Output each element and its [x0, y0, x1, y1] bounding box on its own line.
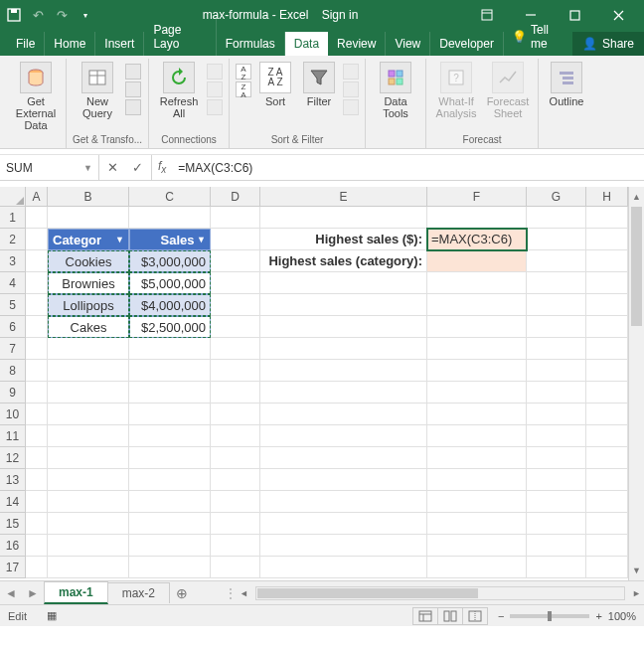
cell[interactable] [527, 425, 586, 447]
cell[interactable] [129, 338, 211, 360]
scroll-right-icon[interactable]: ► [629, 588, 644, 598]
cell[interactable] [211, 382, 260, 404]
cell[interactable] [26, 338, 48, 360]
sheet-tab-active[interactable]: max-1 [44, 581, 108, 604]
row-header[interactable]: 13 [0, 469, 26, 491]
col-header[interactable]: E [260, 187, 427, 207]
cell[interactable] [527, 447, 586, 469]
redo-icon[interactable]: ↷ [54, 7, 70, 23]
cell[interactable] [527, 360, 586, 382]
scroll-thumb[interactable] [257, 588, 478, 598]
cell[interactable] [527, 382, 586, 404]
cell[interactable] [527, 469, 586, 491]
chevron-down-icon[interactable]: ▼ [83, 163, 92, 173]
col-header[interactable]: G [527, 187, 586, 207]
cell[interactable] [26, 469, 48, 491]
cell[interactable] [260, 360, 427, 382]
forecast-sheet-button[interactable]: Forecast Sheet [484, 62, 532, 119]
cell[interactable] [48, 535, 129, 557]
tab-view[interactable]: View [386, 32, 430, 56]
cell[interactable] [211, 513, 260, 535]
macro-record-icon[interactable]: ▦ [47, 609, 57, 622]
cell[interactable] [260, 491, 427, 513]
name-box[interactable]: SUM▼ [0, 155, 99, 180]
row-header[interactable]: 4 [0, 272, 26, 294]
table-cell[interactable]: $3,000,000 [129, 250, 211, 272]
cell[interactable] [211, 447, 260, 469]
worksheet-grid[interactable]: A B C D E F G H 123456789101112131415161… [0, 187, 644, 580]
filter-dropdown-icon[interactable]: ▼ [195, 235, 206, 244]
cell[interactable] [586, 447, 628, 469]
cell[interactable] [129, 491, 211, 513]
cell[interactable] [586, 491, 628, 513]
row-header[interactable]: 16 [0, 535, 26, 557]
cell[interactable] [211, 469, 260, 491]
whatif-analysis-button[interactable]: ?What-If Analysis [432, 62, 480, 119]
cell[interactable] [586, 535, 628, 557]
cell[interactable] [48, 404, 129, 425]
cell[interactable] [26, 447, 48, 469]
undo-icon[interactable]: ↶ [30, 7, 46, 23]
cell[interactable] [427, 338, 527, 360]
cell[interactable] [48, 382, 129, 404]
tab-file[interactable]: File [10, 32, 45, 56]
table-cell[interactable]: $4,000,000 [129, 294, 211, 316]
tab-developer[interactable]: Developer [430, 32, 504, 56]
cell[interactable] [129, 425, 211, 447]
recent-sources-button[interactable] [125, 99, 141, 115]
cell[interactable] [586, 360, 628, 382]
close-button[interactable] [598, 0, 638, 30]
cell[interactable] [586, 513, 628, 535]
row-header[interactable]: 12 [0, 447, 26, 469]
cell[interactable] [48, 360, 129, 382]
cell[interactable] [129, 513, 211, 535]
cell[interactable] [427, 535, 527, 557]
scroll-left-icon[interactable]: ◄ [237, 588, 251, 598]
zoom-in-button[interactable]: + [595, 610, 601, 622]
filter-dropdown-icon[interactable]: ▼ [115, 235, 124, 244]
share-button[interactable]: 👤Share [572, 32, 644, 56]
cell[interactable] [586, 425, 628, 447]
col-header[interactable]: F [427, 187, 527, 207]
cell[interactable] [211, 404, 260, 425]
select-all-triangle[interactable] [0, 187, 26, 207]
cell[interactable] [260, 513, 427, 535]
cell[interactable] [260, 404, 427, 425]
active-cell-f2[interactable]: =MAX(C3:C6) [427, 229, 527, 250]
row-header[interactable]: 9 [0, 382, 26, 404]
get-external-data-button[interactable]: Get External Data [12, 62, 60, 131]
cell[interactable] [260, 535, 427, 557]
cell[interactable] [260, 425, 427, 447]
cell[interactable] [427, 425, 527, 447]
cell[interactable] [260, 382, 427, 404]
normal-view-button[interactable] [412, 607, 438, 625]
cell-f3[interactable] [427, 250, 527, 272]
cell[interactable] [586, 382, 628, 404]
table-cell[interactable]: $5,000,000 [129, 272, 211, 294]
cell[interactable] [26, 491, 48, 513]
edit-links-button[interactable] [207, 99, 223, 115]
ribbon-options-icon[interactable] [467, 0, 507, 30]
col-header[interactable]: H [586, 187, 628, 207]
row-header[interactable]: 17 [0, 557, 26, 578]
cell[interactable] [48, 557, 129, 578]
row-header[interactable]: 14 [0, 491, 26, 513]
cell[interactable] [427, 469, 527, 491]
save-icon[interactable] [6, 7, 22, 23]
table-cell[interactable]: Cakes [48, 316, 129, 338]
show-queries-button[interactable] [125, 64, 141, 80]
cell[interactable] [427, 447, 527, 469]
cell[interactable] [527, 338, 586, 360]
clear-filter-button[interactable] [343, 64, 359, 80]
row-header[interactable]: 7 [0, 338, 26, 360]
connections-button[interactable] [207, 64, 223, 80]
col-header[interactable]: D [211, 187, 260, 207]
row-header[interactable]: 3 [0, 250, 26, 272]
cell[interactable] [527, 557, 586, 578]
sign-in-link[interactable]: Sign in [322, 8, 359, 22]
cell[interactable] [260, 447, 427, 469]
row-header[interactable]: 2 [0, 229, 26, 250]
cell[interactable] [26, 404, 48, 425]
cell[interactable] [48, 338, 129, 360]
cell[interactable] [527, 535, 586, 557]
